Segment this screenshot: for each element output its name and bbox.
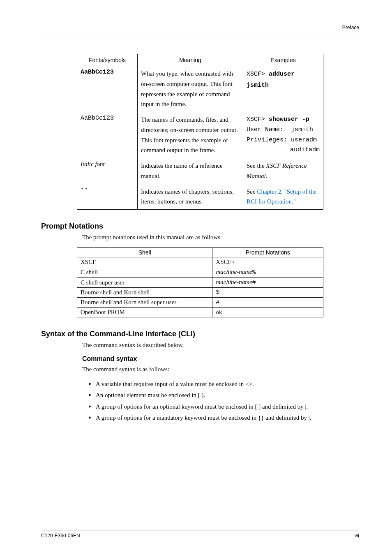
- shell-cell: OpenBoot PROM: [77, 308, 212, 317]
- ex-bold: showuser -p: [269, 116, 309, 123]
- command-syntax-heading: Command syntax: [82, 355, 359, 363]
- list-item: A variable that requires input of a valu…: [88, 379, 359, 389]
- example-cell: See Chapter 2, "Setup of the RCI for Ope…: [243, 184, 323, 210]
- cli-heading: Syntax of the Command-Line Interface (CL…: [41, 330, 359, 338]
- table-row: Bourne shell and Korn shell super user #: [77, 298, 323, 308]
- shell-cell: Bourne shell and Korn shell: [77, 288, 212, 298]
- ex-pre: See the: [247, 162, 266, 169]
- ex-left: User Name:: [247, 125, 284, 135]
- page-footer: C120-E360-06EN vii: [41, 530, 359, 539]
- prompt-suffix: %: [252, 269, 256, 276]
- list-item: A group of options for an optional keywo…: [88, 402, 359, 412]
- meaning-cell: Indicates names of chapters, sections, i…: [138, 184, 243, 210]
- table-row: C shell super user machine-name#: [77, 278, 323, 288]
- ex-pre: See: [247, 188, 257, 195]
- meaning-cell: Indicates the name of a reference manual…: [138, 158, 243, 184]
- prompt-intro: The prompt notations used in this manual…: [82, 233, 359, 242]
- font-cell: AaBbCc123: [77, 66, 138, 112]
- ex-right: auditadm: [290, 145, 320, 155]
- th-shell: Shell: [77, 248, 212, 257]
- prompt-cell: #: [212, 298, 323, 308]
- table-row: XSCF XSCF>: [77, 257, 323, 267]
- page-header: Preface: [41, 25, 359, 33]
- prompt-notations-heading: Prompt Notations: [41, 222, 359, 231]
- table-row: Bourne shell and Korn shell $: [77, 288, 323, 298]
- example-cell: XSCF> showuser -p User Name:jsmith Privi…: [243, 112, 323, 158]
- bullet-list: A variable that requires input of a valu…: [88, 379, 359, 423]
- font-cell: " ": [77, 184, 138, 210]
- font-cell: AaBbCc123: [77, 112, 138, 158]
- example-cell: XSCF> adduser jsmith: [243, 66, 323, 112]
- table-header-row: Shell Prompt Notations: [77, 248, 323, 257]
- meaning-cell: What you type, when contrasted with on-s…: [138, 66, 243, 112]
- prompt-cell: machine-name%: [212, 267, 323, 278]
- command-syntax-intro: The command syntax is as follows:: [82, 365, 359, 374]
- list-item: A group of options for a mandatory keywo…: [88, 413, 359, 423]
- table-row: C shell machine-name%: [77, 267, 323, 278]
- example-cell: See the XSCF Reference Manual.: [243, 158, 323, 184]
- ex-left: Privileges:: [247, 135, 287, 146]
- list-item: An optional element must be enclosed in …: [88, 391, 359, 400]
- table-row: AaBbCc123 The names of commands, files, …: [77, 112, 323, 158]
- shell-cell: C shell: [77, 267, 212, 278]
- prompt-cell: XSCF>: [212, 257, 323, 267]
- prompt-table: Shell Prompt Notations XSCF XSCF> C shel…: [77, 247, 323, 317]
- ex-right: useradm: [291, 135, 320, 146]
- ex-link[interactable]: Chapter 2, "Setup of the RCI for Operati…: [247, 188, 316, 205]
- table-row: OpenBoot PROM ok: [77, 308, 323, 317]
- ex-line: XSCF>: [247, 116, 269, 123]
- th-examples: Examples: [243, 54, 323, 66]
- font-cell: Italic font: [77, 158, 138, 184]
- prompt-italic: machine-name: [216, 268, 252, 275]
- prompt-suffix: #: [252, 279, 256, 286]
- fonts-symbols-table: Fonts/symbols Meaning Examples AaBbCc123…: [77, 54, 323, 210]
- table-row: AaBbCc123 What you type, when contrasted…: [77, 66, 323, 112]
- ex-right: jsmith: [291, 125, 320, 135]
- th-prompt: Prompt Notations: [212, 248, 323, 257]
- footer-right: vii: [355, 533, 359, 539]
- shell-cell: C shell super user: [77, 278, 212, 288]
- th-meaning: Meaning: [138, 54, 243, 66]
- shell-cell: Bourne shell and Korn shell super user: [77, 298, 212, 308]
- header-preface: Preface: [342, 25, 359, 30]
- prompt-cell: ok: [212, 308, 323, 317]
- ex-post: .: [266, 173, 267, 179]
- meaning-cell: The names of commands, files, and direct…: [138, 112, 243, 158]
- shell-cell: XSCF: [77, 257, 212, 267]
- table-row: Italic font Indicates the name of a refe…: [77, 158, 323, 184]
- table-row: " " Indicates names of chapters, section…: [77, 184, 323, 210]
- prompt-italic: machine-name: [216, 279, 252, 285]
- page: Preface Fonts/symbols Meaning Examples A…: [0, 0, 392, 555]
- prompt-cell: machine-name#: [212, 278, 323, 288]
- example-prefix: XSCF>: [247, 71, 269, 78]
- footer-left: C120-E360-06EN: [41, 533, 80, 539]
- prompt-cell: $: [212, 288, 323, 298]
- table-header-row: Fonts/symbols Meaning Examples: [77, 54, 323, 66]
- cli-intro: The command syntax is described below.: [82, 341, 359, 349]
- th-fonts: Fonts/symbols: [77, 54, 138, 66]
